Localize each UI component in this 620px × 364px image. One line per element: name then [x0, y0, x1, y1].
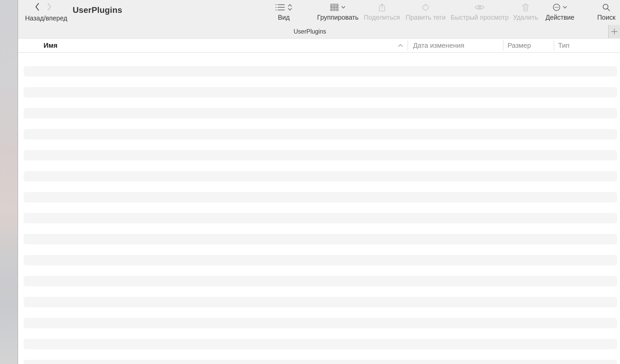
quick-look-button[interactable]: Быстрый просмотр: [451, 2, 509, 21]
column-resize-handle[interactable]: [408, 40, 408, 50]
search-icon-group: [602, 2, 611, 13]
search-button[interactable]: Поиск: [597, 2, 615, 21]
delete-button-label: Удалить: [513, 14, 538, 21]
skeleton-row[interactable]: [24, 171, 617, 181]
skeleton-row[interactable]: [24, 213, 617, 223]
back-forward-group: [34, 2, 52, 11]
desktop-background-strip: [0, 0, 18, 364]
sort-ascending-icon: [398, 44, 403, 47]
back-forward-label: Назад/вперед: [25, 14, 67, 22]
chevron-left-icon: [34, 2, 40, 11]
window-title: UserPlugins: [73, 5, 122, 15]
list-column-header: Имя Дата изменения Размер Тип: [18, 39, 620, 53]
new-tab-button[interactable]: [608, 25, 620, 38]
edit-tags-button[interactable]: Править теги: [406, 2, 446, 21]
tab-userplugins[interactable]: UserPlugins: [18, 25, 602, 38]
action-button[interactable]: Действие: [546, 2, 574, 21]
eye-icon-group: [474, 2, 485, 13]
column-resize-handle[interactable]: [503, 40, 504, 50]
file-list: [18, 53, 620, 364]
share-icon-group: [378, 2, 386, 13]
finder-window: Назад/вперед UserPlugins Вид: [18, 0, 620, 364]
column-header-name[interactable]: Имя: [44, 39, 57, 52]
skeleton-row[interactable]: [24, 318, 617, 328]
group-button[interactable]: Группировать: [317, 2, 359, 21]
action-button-label: Действие: [546, 14, 574, 21]
skeleton-row[interactable]: [24, 276, 617, 286]
action-icon-group: [553, 2, 567, 13]
group-icon-group: [330, 2, 346, 13]
magnifier-icon: [602, 3, 611, 12]
quick-look-button-label: Быстрый просмотр: [451, 14, 509, 21]
group-button-label: Группировать: [317, 14, 359, 21]
tag-icon: [421, 3, 430, 12]
share-icon: [378, 3, 386, 12]
eye-icon: [474, 4, 485, 11]
edit-tags-button-label: Править теги: [406, 14, 446, 21]
share-button[interactable]: Поделиться: [364, 2, 400, 21]
skeleton-row[interactable]: [24, 339, 617, 349]
ellipsis-circle-icon: [553, 3, 561, 11]
search-button-label: Поиск: [597, 14, 615, 21]
skeleton-row[interactable]: [24, 234, 617, 244]
finder-screenshot: Назад/вперед UserPlugins Вид: [0, 0, 620, 364]
chevron-up-down-icon: [288, 4, 292, 11]
view-button[interactable]: Вид: [275, 2, 292, 21]
column-header-type[interactable]: Тип: [558, 39, 569, 52]
delete-button[interactable]: Удалить: [513, 2, 538, 21]
skeleton-row[interactable]: [24, 129, 617, 140]
trash-icon-group: [522, 2, 529, 13]
view-button-label: Вид: [278, 14, 290, 21]
share-button-label: Поделиться: [364, 14, 400, 21]
plus-icon: [611, 28, 618, 35]
skeleton-row[interactable]: [24, 192, 617, 202]
toolbar: Назад/вперед UserPlugins Вид: [18, 0, 620, 25]
trash-icon: [522, 3, 529, 12]
chevron-right-icon: [46, 2, 52, 11]
skeleton-row[interactable]: [24, 255, 617, 265]
chevron-down-icon: [563, 6, 567, 9]
chevron-down-icon: [341, 6, 346, 9]
tag-icon-group: [421, 2, 430, 13]
forward-button[interactable]: [46, 2, 52, 11]
column-header-date-modified[interactable]: Дата изменения: [413, 39, 464, 52]
skeleton-row[interactable]: [24, 108, 617, 119]
view-icon-group: [275, 2, 292, 13]
skeleton-row[interactable]: [24, 360, 617, 364]
group-grid-icon: [330, 4, 339, 11]
column-resize-handle[interactable]: [554, 40, 554, 50]
skeleton-row[interactable]: [24, 87, 617, 98]
tab-bar: UserPlugins: [18, 25, 620, 39]
skeleton-row[interactable]: [24, 66, 617, 77]
back-button[interactable]: [34, 2, 40, 11]
column-header-size[interactable]: Размер: [507, 39, 531, 52]
skeleton-row[interactable]: [24, 297, 617, 307]
list-view-icon: [275, 4, 285, 11]
skeleton-row[interactable]: [24, 150, 617, 160]
